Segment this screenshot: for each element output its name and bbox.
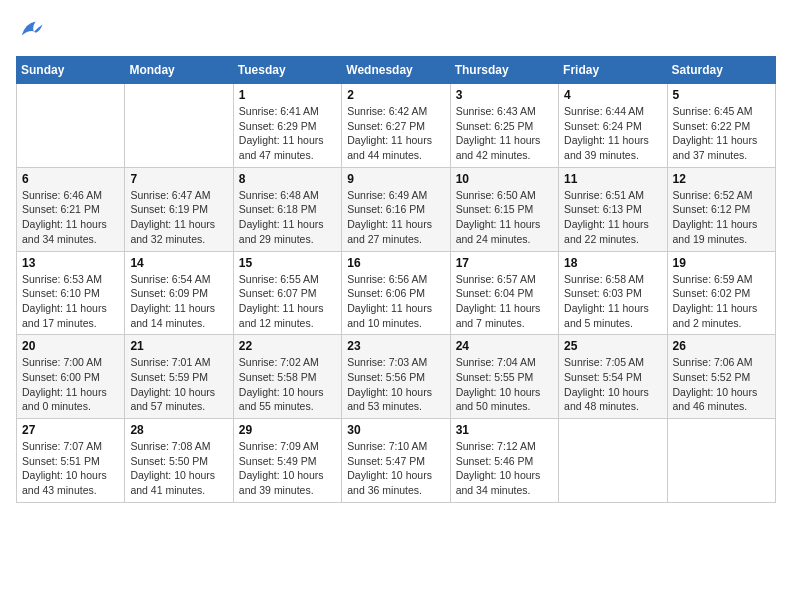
weekday-header-tuesday: Tuesday	[233, 57, 341, 84]
day-number: 24	[456, 339, 553, 353]
day-info: Sunrise: 6:57 AM Sunset: 6:04 PM Dayligh…	[456, 272, 553, 331]
day-number: 26	[673, 339, 770, 353]
calendar-week-5: 27Sunrise: 7:07 AM Sunset: 5:51 PM Dayli…	[17, 419, 776, 503]
calendar-cell: 15Sunrise: 6:55 AM Sunset: 6:07 PM Dayli…	[233, 251, 341, 335]
day-number: 31	[456, 423, 553, 437]
day-number: 2	[347, 88, 444, 102]
calendar-cell: 13Sunrise: 6:53 AM Sunset: 6:10 PM Dayli…	[17, 251, 125, 335]
calendar-cell: 17Sunrise: 6:57 AM Sunset: 6:04 PM Dayli…	[450, 251, 558, 335]
calendar-cell	[667, 419, 775, 503]
page-header	[16, 16, 776, 44]
day-info: Sunrise: 7:09 AM Sunset: 5:49 PM Dayligh…	[239, 439, 336, 498]
day-number: 6	[22, 172, 119, 186]
day-info: Sunrise: 6:51 AM Sunset: 6:13 PM Dayligh…	[564, 188, 661, 247]
calendar-cell: 14Sunrise: 6:54 AM Sunset: 6:09 PM Dayli…	[125, 251, 233, 335]
day-info: Sunrise: 6:42 AM Sunset: 6:27 PM Dayligh…	[347, 104, 444, 163]
calendar-cell: 9Sunrise: 6:49 AM Sunset: 6:16 PM Daylig…	[342, 167, 450, 251]
weekday-header-saturday: Saturday	[667, 57, 775, 84]
calendar-cell: 22Sunrise: 7:02 AM Sunset: 5:58 PM Dayli…	[233, 335, 341, 419]
weekday-header-wednesday: Wednesday	[342, 57, 450, 84]
calendar-cell: 19Sunrise: 6:59 AM Sunset: 6:02 PM Dayli…	[667, 251, 775, 335]
calendar-cell	[559, 419, 667, 503]
calendar-cell: 10Sunrise: 6:50 AM Sunset: 6:15 PM Dayli…	[450, 167, 558, 251]
day-number: 23	[347, 339, 444, 353]
day-info: Sunrise: 7:12 AM Sunset: 5:46 PM Dayligh…	[456, 439, 553, 498]
calendar-cell: 20Sunrise: 7:00 AM Sunset: 6:00 PM Dayli…	[17, 335, 125, 419]
day-info: Sunrise: 6:49 AM Sunset: 6:16 PM Dayligh…	[347, 188, 444, 247]
day-number: 11	[564, 172, 661, 186]
weekday-header-thursday: Thursday	[450, 57, 558, 84]
calendar-table: SundayMondayTuesdayWednesdayThursdayFrid…	[16, 56, 776, 503]
day-info: Sunrise: 6:45 AM Sunset: 6:22 PM Dayligh…	[673, 104, 770, 163]
day-number: 18	[564, 256, 661, 270]
weekday-header-monday: Monday	[125, 57, 233, 84]
weekday-header-sunday: Sunday	[17, 57, 125, 84]
logo-icon	[16, 16, 44, 44]
calendar-cell: 16Sunrise: 6:56 AM Sunset: 6:06 PM Dayli…	[342, 251, 450, 335]
calendar-cell: 2Sunrise: 6:42 AM Sunset: 6:27 PM Daylig…	[342, 84, 450, 168]
day-info: Sunrise: 7:01 AM Sunset: 5:59 PM Dayligh…	[130, 355, 227, 414]
day-info: Sunrise: 7:06 AM Sunset: 5:52 PM Dayligh…	[673, 355, 770, 414]
day-info: Sunrise: 7:04 AM Sunset: 5:55 PM Dayligh…	[456, 355, 553, 414]
calendar-cell: 4Sunrise: 6:44 AM Sunset: 6:24 PM Daylig…	[559, 84, 667, 168]
calendar-cell: 11Sunrise: 6:51 AM Sunset: 6:13 PM Dayli…	[559, 167, 667, 251]
calendar-cell: 25Sunrise: 7:05 AM Sunset: 5:54 PM Dayli…	[559, 335, 667, 419]
day-info: Sunrise: 7:10 AM Sunset: 5:47 PM Dayligh…	[347, 439, 444, 498]
day-number: 13	[22, 256, 119, 270]
day-info: Sunrise: 6:52 AM Sunset: 6:12 PM Dayligh…	[673, 188, 770, 247]
calendar-cell: 3Sunrise: 6:43 AM Sunset: 6:25 PM Daylig…	[450, 84, 558, 168]
day-number: 14	[130, 256, 227, 270]
calendar-cell: 18Sunrise: 6:58 AM Sunset: 6:03 PM Dayli…	[559, 251, 667, 335]
day-number: 5	[673, 88, 770, 102]
day-info: Sunrise: 6:59 AM Sunset: 6:02 PM Dayligh…	[673, 272, 770, 331]
day-info: Sunrise: 6:58 AM Sunset: 6:03 PM Dayligh…	[564, 272, 661, 331]
day-info: Sunrise: 6:56 AM Sunset: 6:06 PM Dayligh…	[347, 272, 444, 331]
calendar-week-3: 13Sunrise: 6:53 AM Sunset: 6:10 PM Dayli…	[17, 251, 776, 335]
day-info: Sunrise: 7:07 AM Sunset: 5:51 PM Dayligh…	[22, 439, 119, 498]
weekday-header-friday: Friday	[559, 57, 667, 84]
calendar-cell: 26Sunrise: 7:06 AM Sunset: 5:52 PM Dayli…	[667, 335, 775, 419]
day-info: Sunrise: 6:50 AM Sunset: 6:15 PM Dayligh…	[456, 188, 553, 247]
day-info: Sunrise: 6:55 AM Sunset: 6:07 PM Dayligh…	[239, 272, 336, 331]
day-info: Sunrise: 7:03 AM Sunset: 5:56 PM Dayligh…	[347, 355, 444, 414]
day-number: 9	[347, 172, 444, 186]
day-info: Sunrise: 6:47 AM Sunset: 6:19 PM Dayligh…	[130, 188, 227, 247]
calendar-cell: 31Sunrise: 7:12 AM Sunset: 5:46 PM Dayli…	[450, 419, 558, 503]
calendar-week-1: 1Sunrise: 6:41 AM Sunset: 6:29 PM Daylig…	[17, 84, 776, 168]
day-number: 30	[347, 423, 444, 437]
day-number: 28	[130, 423, 227, 437]
calendar-cell: 24Sunrise: 7:04 AM Sunset: 5:55 PM Dayli…	[450, 335, 558, 419]
calendar-cell: 28Sunrise: 7:08 AM Sunset: 5:50 PM Dayli…	[125, 419, 233, 503]
day-number: 7	[130, 172, 227, 186]
day-number: 25	[564, 339, 661, 353]
day-info: Sunrise: 6:43 AM Sunset: 6:25 PM Dayligh…	[456, 104, 553, 163]
day-number: 27	[22, 423, 119, 437]
calendar-cell: 6Sunrise: 6:46 AM Sunset: 6:21 PM Daylig…	[17, 167, 125, 251]
day-number: 16	[347, 256, 444, 270]
calendar-cell	[125, 84, 233, 168]
calendar-cell	[17, 84, 125, 168]
calendar-cell: 12Sunrise: 6:52 AM Sunset: 6:12 PM Dayli…	[667, 167, 775, 251]
calendar-week-4: 20Sunrise: 7:00 AM Sunset: 6:00 PM Dayli…	[17, 335, 776, 419]
day-number: 21	[130, 339, 227, 353]
calendar-cell: 21Sunrise: 7:01 AM Sunset: 5:59 PM Dayli…	[125, 335, 233, 419]
day-number: 12	[673, 172, 770, 186]
calendar-cell: 23Sunrise: 7:03 AM Sunset: 5:56 PM Dayli…	[342, 335, 450, 419]
day-info: Sunrise: 6:41 AM Sunset: 6:29 PM Dayligh…	[239, 104, 336, 163]
day-info: Sunrise: 6:53 AM Sunset: 6:10 PM Dayligh…	[22, 272, 119, 331]
calendar-cell: 29Sunrise: 7:09 AM Sunset: 5:49 PM Dayli…	[233, 419, 341, 503]
day-number: 15	[239, 256, 336, 270]
day-info: Sunrise: 7:00 AM Sunset: 6:00 PM Dayligh…	[22, 355, 119, 414]
logo	[16, 16, 48, 44]
day-info: Sunrise: 6:46 AM Sunset: 6:21 PM Dayligh…	[22, 188, 119, 247]
calendar-cell: 5Sunrise: 6:45 AM Sunset: 6:22 PM Daylig…	[667, 84, 775, 168]
day-info: Sunrise: 7:02 AM Sunset: 5:58 PM Dayligh…	[239, 355, 336, 414]
day-number: 1	[239, 88, 336, 102]
day-info: Sunrise: 6:48 AM Sunset: 6:18 PM Dayligh…	[239, 188, 336, 247]
calendar-cell: 27Sunrise: 7:07 AM Sunset: 5:51 PM Dayli…	[17, 419, 125, 503]
calendar-week-2: 6Sunrise: 6:46 AM Sunset: 6:21 PM Daylig…	[17, 167, 776, 251]
day-info: Sunrise: 7:08 AM Sunset: 5:50 PM Dayligh…	[130, 439, 227, 498]
day-info: Sunrise: 6:44 AM Sunset: 6:24 PM Dayligh…	[564, 104, 661, 163]
day-number: 3	[456, 88, 553, 102]
day-number: 4	[564, 88, 661, 102]
